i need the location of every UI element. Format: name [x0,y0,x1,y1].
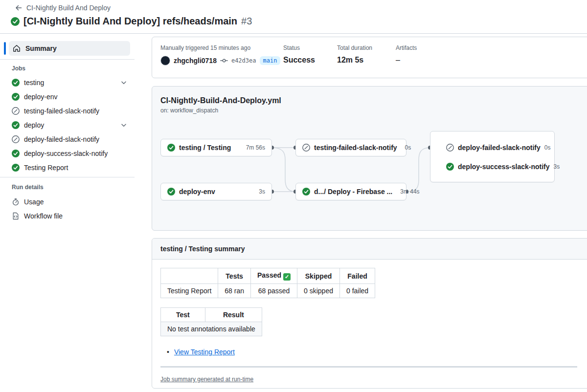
trigger-column: Manually triggered 15 minutes ago zhgchg… [160,44,283,78]
skipped-icon [302,144,310,152]
run-details-heading: Run details [12,184,44,191]
node-duration: 3m 44s [396,188,419,195]
skipped-icon [446,144,454,152]
node-duration: 3s [255,188,265,195]
sidebar: Summary Jobs testing deploy-env testing-… [0,34,142,392]
job-summary-card: testing / Testing summary Tests Passed✓ … [152,238,587,389]
test-header-cell: Test [161,308,205,322]
test-annotations-table: Test Result No test annotations availabl… [160,307,262,336]
sidebar-job-deploy-success-slack-notify[interactable]: deploy-success-slack-notify [0,146,135,160]
graph-node-deploy-firebase[interactable]: d.../ Deploy - Firebase ... 3m 44s [295,183,406,200]
workflow-graph-card: CI-Nightly-Build-And-Deploy.yml on: work… [152,86,587,231]
skipped-icon [12,107,20,115]
chevron-down-icon[interactable] [120,121,128,129]
back-arrow-icon[interactable] [15,4,23,12]
skipped-header-cell: Skipped [297,268,340,284]
workflow-file-name: CI-Nightly-Build-And-Deploy.yml [160,96,281,105]
sidebar-item-workflow-file[interactable]: Workflow file [0,209,135,223]
passed-header-cell: Passed✓ [250,268,297,284]
success-check-icon [11,17,20,26]
success-check-icon [12,164,20,172]
success-check-icon [12,121,20,129]
sidebar-divider [0,177,135,177]
git-commit-icon [220,57,228,65]
status-column: Status Success [283,44,337,78]
status-value: Success [283,56,337,65]
workflow-trigger: on: workflow_dispatch [160,107,218,114]
graph-group-deploy-notify: deploy-failed-slack-notify 0s deploy-suc… [430,131,555,182]
jobs-heading: Jobs [12,65,25,72]
sidebar-item-summary[interactable]: Summary [9,41,130,56]
run-number: #3 [241,16,252,27]
workflow-name-link[interactable]: CI-Nightly Build And Deploy [26,4,111,12]
avatar[interactable] [160,56,170,65]
artifacts-column: Artifacts – [396,44,417,78]
artifacts-label: Artifacts [396,44,417,51]
success-check-icon [12,93,20,101]
node-duration: 0s [401,144,411,151]
passed-check-icon: ✓ [283,273,291,281]
table-row: Testing Report 68 ran 68 passed 0 skippe… [161,284,375,298]
duration-label: Total duration [337,44,396,51]
tests-passed-cell: 68 passed [250,284,297,298]
table-row: No test annotations available [161,322,262,336]
view-testing-report-link[interactable]: View Testing Report [174,348,235,356]
sidebar-job-testing[interactable]: testing [0,75,135,89]
graph-node-deploy-failed-slack-notify[interactable]: deploy-failed-slack-notify 0s [430,141,554,154]
skipped-icon [12,135,20,143]
job-summary-footer-link[interactable]: Job summary generated at run-time [160,376,253,383]
summary-divider [160,366,577,368]
success-check-icon [446,163,454,171]
empty-header-cell [161,268,218,284]
jobs-list: testing deploy-env testing-failed-slack-… [0,75,135,174]
duration-value: 12m 5s [337,56,396,65]
result-header-cell: Result [205,308,262,322]
graph-node-deploy-env[interactable]: deploy-env 3s [160,183,272,200]
report-link-list: • View Testing Report [160,348,582,356]
node-duration: 7m 56s [242,144,265,151]
run-title: [CI-Nightly Build And Deploy] refs/heads… [23,16,237,27]
tests-failed-cell: 0 failed [339,284,375,298]
success-check-icon [12,150,20,157]
run-details-list: Usage Workflow file [0,195,135,223]
stopwatch-icon [12,198,20,206]
graph-node-testing[interactable]: testing / Testing 7m 56s [160,139,272,156]
table-header-row: Test Result [161,308,262,322]
tests-ran-cell: 68 ran [218,284,251,298]
actor-name[interactable]: zhgchgli0718 [174,57,217,65]
test-results-table: Tests Passed✓ Skipped Failed Testing Rep… [160,268,375,298]
table-header-row: Tests Passed✓ Skipped Failed [161,268,375,284]
tests-skipped-cell: 0 skipped [297,284,340,298]
sidebar-job-deploy-failed-slack-notify[interactable]: deploy-failed-slack-notify [0,132,135,146]
run-title-row: [CI-Nightly Build And Deploy] refs/heads… [11,16,252,27]
sidebar-job-deploy[interactable]: deploy [0,118,135,132]
branch-badge[interactable]: main [260,56,281,65]
sidebar-summary-label: Summary [25,44,57,52]
failed-header-cell: Failed [339,268,375,284]
graph-node-testing-failed-slack-notify[interactable]: testing-failed-slack-notify 0s [295,139,406,156]
home-icon [13,44,21,52]
sidebar-job-deploy-env[interactable]: deploy-env [0,89,135,104]
node-duration: 3s [554,163,560,170]
sidebar-item-usage[interactable]: Usage [0,195,135,209]
status-label: Status [283,44,337,51]
graph-node-deploy-success-slack-notify[interactable]: deploy-success-slack-notify 3s [430,160,554,173]
run-info-card: Manually triggered 15 minutes ago zhgchg… [152,37,587,78]
sidebar-divider [0,59,135,60]
bullet: • [167,348,169,356]
success-check-icon [167,188,175,196]
success-check-icon [167,144,175,152]
report-name-cell: Testing Report [161,284,218,298]
artifacts-value: – [396,56,417,65]
selected-accent-bar [4,42,6,55]
success-check-icon [12,79,20,87]
chevron-down-icon[interactable] [120,79,128,87]
tests-header-cell: Tests [218,268,251,284]
job-summary-body: Tests Passed✓ Skipped Failed Testing Rep… [152,260,587,392]
commit-sha-link[interactable]: e42d3ea [231,57,256,64]
node-duration: 0s [544,144,551,151]
job-summary-title: testing / Testing summary [152,239,587,260]
actor-row: zhgchgli0718 e42d3ea main [160,56,283,65]
sidebar-job-testing-failed-slack-notify[interactable]: testing-failed-slack-notify [0,104,135,118]
sidebar-job-testing-report[interactable]: Testing Report [0,160,135,174]
